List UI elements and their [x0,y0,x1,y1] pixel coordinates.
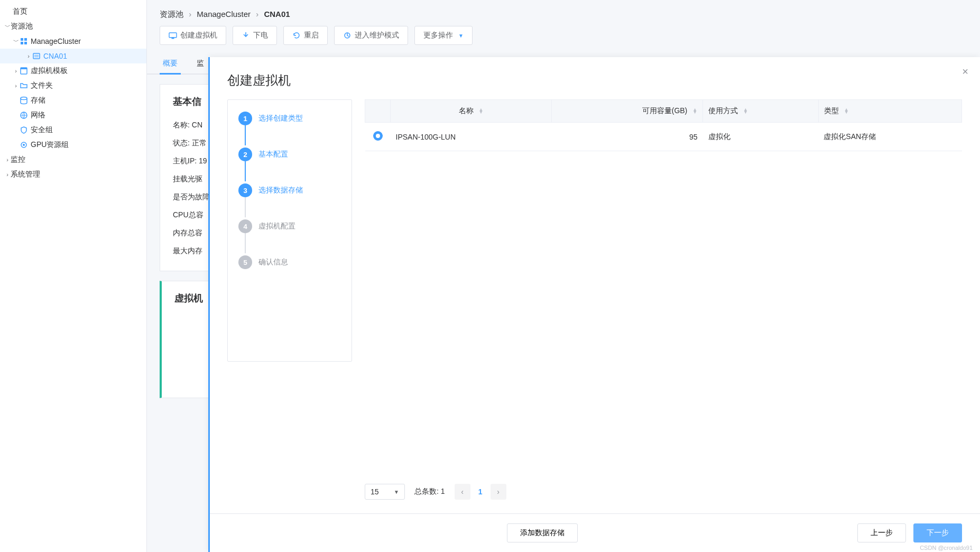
chevron-right-icon: › [25,53,32,59]
step-1[interactable]: 1 选择创建类型 [238,112,341,148]
chevron-left-icon: ‹ [461,487,464,496]
tab-overview[interactable]: 概要 [160,53,181,73]
page-size-select[interactable]: 15 ▼ [365,484,405,500]
nav-resource-pool[interactable]: ﹀ 资源池 [0,19,146,34]
svg-rect-14 [172,38,174,39]
more-actions-button[interactable]: 更多操作 ▼ [414,26,473,45]
gpu-icon [19,141,29,149]
table-row[interactable]: IPSAN-100G-LUN 95 虚拟化 虚拟化SAN存储 [365,123,962,151]
tab-monitor[interactable]: 监 [193,53,207,73]
maintenance-button[interactable]: 进入维护模式 [334,26,408,45]
svg-rect-2 [21,42,23,44]
svg-rect-1 [24,38,27,41]
svg-rect-13 [169,33,177,38]
caret-down-icon: ▼ [458,33,464,39]
cell-usage: 虚拟化 [703,123,819,151]
nav-home[interactable]: 首页 [0,4,146,19]
power-down-icon [242,31,250,40]
chevron-right-icon: › [4,171,11,178]
prev-step-button[interactable]: 上一步 [857,523,906,542]
sidebar: 首页 ﹀ 资源池 ﹀ ManageCluster › CNA01 › 虚拟机模板… [0,0,147,552]
step-5: 5 确认信息 [238,255,341,269]
nav-folder[interactable]: › 文件夹 [0,78,146,93]
sort-icon: ▲▼ [743,108,748,114]
folder-icon [19,81,29,90]
chevron-right-icon: › [13,82,19,89]
modal-footer: 添加数据存储 上一步 下一步 [209,513,980,552]
vm-icon [169,31,177,40]
nav-security-group[interactable]: 安全组 [0,123,146,137]
modal-title: 创建虚拟机 [209,57,980,99]
caret-down-icon: ▼ [394,489,399,495]
step-2[interactable]: 2 基本配置 [238,148,341,183]
nav-vm-template[interactable]: › 虚拟机模板 [0,63,146,78]
chevron-right-icon: › [497,487,500,496]
svg-rect-6 [34,57,39,57]
cell-name: IPSAN-100G-LUN [391,123,552,151]
sort-icon: ▲▼ [692,108,697,114]
sort-icon: ▲▼ [844,108,849,114]
breadcrumb-current: CNA01 [264,10,290,19]
sort-icon: ▲▼ [478,108,483,114]
create-vm-modal: × 创建虚拟机 1 选择创建类型 2 基本配置 3 选择数据存储 4 [209,57,980,552]
col-name[interactable]: 名称 ▲▼ [391,100,552,123]
svg-rect-3 [24,42,27,44]
reboot-button[interactable]: 重启 [283,26,328,45]
col-type[interactable]: 类型 ▲▼ [818,100,961,123]
nav-cluster[interactable]: ﹀ ManageCluster [0,34,146,49]
close-button[interactable]: × [962,66,968,78]
col-capacity[interactable]: 可用容量(GB) ▲▼ [551,100,702,123]
step-4: 4 虚拟机配置 [238,219,341,255]
create-vm-button[interactable]: 创建虚拟机 [160,26,226,45]
toolbar: 创建虚拟机 下电 重启 进入维护模式 更多操作 ▼ [147,26,980,53]
shield-icon [19,126,29,134]
datastore-table-area: 名称 ▲▼ 可用容量(GB) ▲▼ 使用方式 ▲▼ [365,99,962,513]
svg-rect-5 [34,55,39,56]
nav-cna01[interactable]: › CNA01 [0,49,146,63]
nav-gpu-group[interactable]: GPU资源组 [0,137,146,152]
nav-storage[interactable]: 存储 [0,93,146,108]
col-usage[interactable]: 使用方式 ▲▼ [703,100,819,123]
chevron-down-icon: ﹀ [13,38,19,45]
next-step-button[interactable]: 下一步 [913,523,962,542]
breadcrumb-item[interactable]: ManageCluster [197,10,251,19]
close-icon: × [962,66,968,77]
cell-type: 虚拟化SAN存储 [818,123,961,151]
template-icon [19,67,29,75]
host-icon [32,52,41,60]
nav-monitor[interactable]: › 监控 [0,152,146,167]
svg-rect-0 [21,38,23,41]
table-footer: 15 ▼ 总条数: 1 ‹ 1 › [365,477,962,513]
power-off-button[interactable]: 下电 [233,26,277,45]
page-number[interactable]: 1 [473,484,488,500]
breadcrumb: 资源池 › ManageCluster › CNA01 [147,0,980,26]
next-page-button[interactable]: › [491,484,506,500]
pagination: ‹ 1 › [455,484,506,500]
cluster-icon [19,37,29,45]
total-count: 总条数: 1 [414,487,445,496]
svg-point-9 [21,97,27,100]
radio-selected[interactable] [373,131,383,141]
chevron-down-icon: ﹀ [4,23,11,31]
network-icon [19,111,29,119]
svg-point-12 [23,144,25,146]
chevron-right-icon: › [4,157,11,163]
nav-network[interactable]: 网络 [0,108,146,123]
add-storage-button[interactable]: 添加数据存储 [507,523,578,542]
storage-icon [19,96,29,105]
svg-rect-8 [21,68,27,69]
step-3[interactable]: 3 选择数据存储 [238,183,341,219]
cell-capacity: 95 [551,123,702,151]
datastore-table: 名称 ▲▼ 可用容量(GB) ▲▼ 使用方式 ▲▼ [365,99,962,151]
svg-rect-4 [33,53,40,59]
breadcrumb-item[interactable]: 资源池 [160,10,183,19]
col-select [365,100,391,123]
maintenance-icon [343,31,352,40]
prev-page-button[interactable]: ‹ [455,484,470,500]
restart-icon [292,31,301,40]
wizard-steps: 1 选择创建类型 2 基本配置 3 选择数据存储 4 虚拟机配置 5 确认信 [227,99,352,362]
watermark: CSDN @cronaldo91 [920,545,973,551]
nav-system[interactable]: › 系统管理 [0,167,146,182]
chevron-right-icon: › [13,68,19,74]
